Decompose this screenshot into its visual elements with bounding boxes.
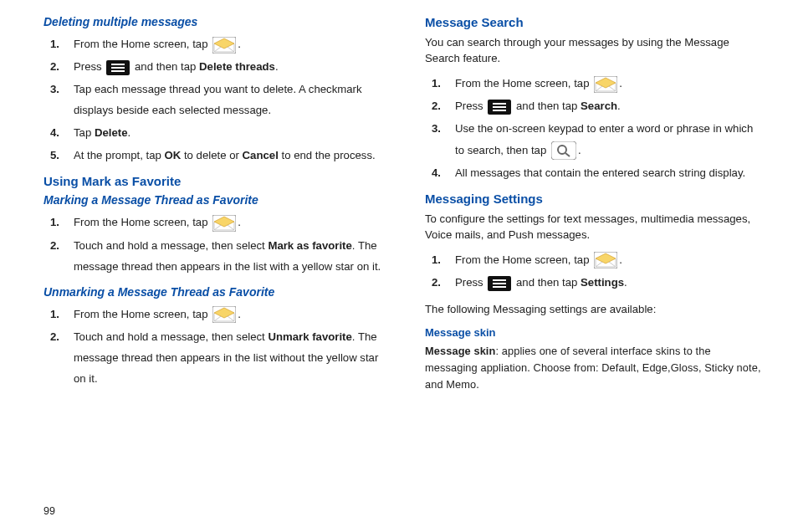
step-text: From the Home screen, tap <box>74 308 211 320</box>
step-text: to end the process. <box>279 149 376 161</box>
step: 5.At the prompt, tap OK to delete or Can… <box>65 145 383 166</box>
heading-unmarking-favorite: Unmarking a Message Thread as Favorite <box>43 285 383 299</box>
step-text: . <box>238 38 241 50</box>
envelope-icon <box>594 252 617 269</box>
steps-message-search: 1.From the Home screen, tap . 2.Press an… <box>425 73 765 182</box>
step-text: to delete or <box>181 149 242 161</box>
step-number: 2. <box>432 95 441 116</box>
step-bold: Delete <box>95 126 128 139</box>
step-text: Press <box>455 100 486 112</box>
envelope-icon <box>212 37 236 54</box>
steps-messaging-settings: 1.From the Home screen, tap . 2.Press an… <box>425 249 765 293</box>
step-text: Press <box>455 276 486 289</box>
steps-marking-favorite: 1.From the Home screen, tap . 2.Touch an… <box>43 212 383 276</box>
step-text: and then tap <box>131 60 199 73</box>
step-number: 4. <box>50 122 59 143</box>
step: 2.Touch and hold a message, then select … <box>65 235 383 277</box>
step: 3.Use the on-screen keypad to enter a wo… <box>447 118 765 160</box>
step: 4.All messages that contain the entered … <box>447 162 765 183</box>
step-text: . <box>238 216 241 228</box>
step-text: . <box>238 308 241 320</box>
step-text: Use the on-screen keypad to enter a word… <box>455 122 753 156</box>
step-text: From the Home screen, tap <box>74 38 211 50</box>
step: 1.From the Home screen, tap . <box>65 33 383 54</box>
heading-messaging-settings: Messaging Settings <box>425 192 765 206</box>
step-text: . <box>578 144 581 156</box>
menu-icon <box>488 276 511 291</box>
step-text: Touch and hold a message, then select <box>74 239 268 252</box>
step-number: 3. <box>432 118 441 139</box>
follow-text: The following Messaging settings are ava… <box>425 301 765 318</box>
step: 1.From the Home screen, tap . <box>65 212 383 233</box>
step-text: From the Home screen, tap <box>74 216 211 228</box>
step-number: 1. <box>50 212 59 233</box>
step-text: At the prompt, tap <box>74 149 165 161</box>
step: 1.From the Home screen, tap . <box>447 249 765 270</box>
step: 3.Tap each message thread you want to de… <box>65 79 383 120</box>
step-text: All messages that contain the entered se… <box>455 166 745 179</box>
heading-message-search: Message Search <box>425 15 765 29</box>
step-text: From the Home screen, tap <box>455 77 592 90</box>
left-column: Deleting multiple messages 1.From the Ho… <box>43 15 383 399</box>
step-bold: OK <box>165 149 182 161</box>
heading-message-skin: Message skin <box>425 326 765 339</box>
right-column: Message Search You can search through yo… <box>425 15 765 399</box>
step-bold: Cancel <box>243 149 279 161</box>
page-number: 99 <box>43 505 55 517</box>
step-text: . <box>619 77 622 90</box>
intro-messaging-settings: To configure the settings for text messa… <box>425 211 765 243</box>
message-skin-para: Message skin: applies one of several int… <box>425 343 765 392</box>
envelope-icon <box>212 215 236 232</box>
step-text: Touch and hold a message, then select <box>74 330 268 343</box>
step-number: 5. <box>50 145 59 166</box>
heading-deleting-multiple: Deleting multiple messages <box>43 15 383 28</box>
step: 1.From the Home screen, tap . <box>65 304 383 325</box>
envelope-icon <box>212 306 236 323</box>
step-text: . <box>624 276 627 289</box>
step-number: 3. <box>50 79 59 100</box>
step-bold: Mark as favorite <box>268 239 351 252</box>
para-bold-lead: Message skin <box>425 345 495 357</box>
step-number: 2. <box>432 272 441 293</box>
step-number: 1. <box>432 73 441 94</box>
step-text: and then tap <box>513 276 581 289</box>
step-text: . <box>128 126 131 139</box>
step-number: 2. <box>50 235 59 256</box>
step-number: 1. <box>50 33 59 54</box>
search-icon <box>551 141 576 160</box>
step-number: 2. <box>50 326 59 347</box>
step-text: From the Home screen, tap <box>455 253 592 266</box>
step-text: Tap each message thread you want to dele… <box>74 83 362 116</box>
step-text: Press <box>74 60 105 73</box>
step-bold: Settings <box>581 276 624 289</box>
menu-icon <box>488 100 511 115</box>
envelope-icon <box>594 76 617 93</box>
step-bold: Unmark favorite <box>268 330 351 343</box>
step: 2.Press and then tap Search. <box>447 95 765 116</box>
intro-message-search: You can search through your messages by … <box>425 34 765 66</box>
steps-unmarking-favorite: 1.From the Home screen, tap . 2.Touch an… <box>43 304 383 389</box>
step-bold: Search <box>581 100 617 112</box>
step-text: . <box>617 100 621 112</box>
step-number: 2. <box>50 56 59 77</box>
heading-marking-favorite: Marking a Message Thread as Favorite <box>43 193 383 207</box>
step-text: . <box>275 60 279 73</box>
steps-deleting-multiple: 1.From the Home screen, tap . 2.Press an… <box>43 33 383 166</box>
step-text: . <box>619 253 622 266</box>
step-number: 1. <box>50 304 59 325</box>
step-number: 4. <box>432 162 441 183</box>
menu-icon <box>106 60 130 75</box>
step: 1.From the Home screen, tap . <box>447 73 765 94</box>
step: 2.Touch and hold a message, then select … <box>65 326 383 389</box>
heading-mark-favorite: Using Mark as Favorite <box>43 174 383 188</box>
step: 2.Press and then tap Settings. <box>447 272 765 293</box>
step-text: Tap <box>74 126 95 139</box>
step-number: 1. <box>432 249 441 270</box>
step: 4.Tap Delete. <box>65 122 383 143</box>
step: 2.Press and then tap Delete threads. <box>65 56 383 77</box>
step-bold: Delete threads <box>199 60 275 73</box>
step-text: and then tap <box>513 100 581 112</box>
